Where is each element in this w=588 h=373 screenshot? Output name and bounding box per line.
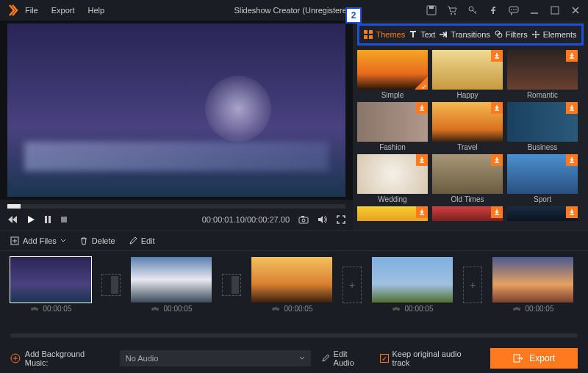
- save-icon[interactable]: [426, 5, 437, 15]
- close-icon[interactable]: [570, 5, 581, 15]
- tab-transitions[interactable]: Transitions: [439, 30, 490, 39]
- tab-filters[interactable]: Filters: [494, 30, 528, 39]
- delete-button[interactable]: Delete: [79, 236, 115, 245]
- theme-travel[interactable]: Travel: [432, 102, 503, 151]
- tab-text-label: Text: [420, 30, 435, 39]
- seek-bar[interactable]: [7, 204, 345, 209]
- download-icon[interactable]: [491, 154, 503, 166]
- snapshot-button[interactable]: [298, 215, 309, 224]
- fullscreen-button[interactable]: [337, 215, 345, 224]
- menu-file[interactable]: File: [25, 6, 38, 15]
- svg-point-28: [35, 308, 38, 311]
- svg-rect-18: [369, 30, 373, 34]
- transition-slot-1[interactable]: [101, 267, 121, 303]
- svg-point-24: [534, 34, 537, 36]
- clip-4[interactable]: 00:00:05: [372, 257, 453, 313]
- menu-export[interactable]: Export: [51, 6, 75, 15]
- cart-icon[interactable]: [447, 5, 457, 15]
- svg-point-15: [302, 219, 305, 222]
- side-tabbar: Themes Text Transitions Filters Elements: [357, 23, 584, 46]
- volume-button[interactable]: [318, 215, 328, 224]
- plus-icon: [10, 236, 19, 245]
- download-icon[interactable]: [566, 206, 578, 218]
- main-menu: File Export Help: [25, 6, 104, 15]
- svg-point-2: [451, 13, 452, 15]
- theme-business[interactable]: Business: [507, 102, 578, 151]
- add-music-button[interactable]: Add Background Music:: [10, 350, 110, 367]
- add-files-button[interactable]: Add Files: [10, 236, 66, 245]
- filter-dots-icon: [271, 305, 280, 313]
- clip-3[interactable]: 00:00:05: [251, 257, 332, 313]
- download-icon[interactable]: [491, 50, 503, 62]
- svg-rect-16: [301, 216, 304, 217]
- plus-circle-icon: [10, 353, 21, 363]
- tab-elements[interactable]: Elements: [531, 30, 577, 39]
- keep-audio-checkbox[interactable]: ✓ Keep original audio track: [380, 350, 481, 367]
- export-icon: [513, 354, 523, 363]
- theme-more-1[interactable]: [357, 206, 428, 221]
- edit-audio-button[interactable]: Edit Audio: [321, 350, 370, 367]
- pause-button[interactable]: [44, 215, 51, 224]
- theme-more-2[interactable]: [432, 206, 503, 221]
- theme-simple[interactable]: Simple: [357, 50, 428, 99]
- clip-1[interactable]: 00:00:05: [10, 257, 91, 313]
- download-icon[interactable]: [491, 102, 503, 114]
- timeline-scrollbar[interactable]: [10, 333, 578, 338]
- download-icon[interactable]: [566, 102, 578, 114]
- download-icon[interactable]: [566, 50, 578, 62]
- theme-wedding[interactable]: Wedding: [357, 154, 428, 203]
- svg-point-31: [156, 308, 159, 311]
- edit-button[interactable]: Edit: [129, 236, 155, 245]
- download-icon[interactable]: [416, 206, 428, 218]
- tab-text[interactable]: Text: [409, 30, 435, 39]
- svg-rect-13: [61, 217, 67, 222]
- tab-themes-label: Themes: [376, 30, 405, 39]
- play-button[interactable]: [26, 215, 35, 224]
- rewind-button[interactable]: [7, 215, 18, 224]
- timeline: 00:00:05 00:00:05 00:00:05 + 00:00:05 + …: [0, 251, 588, 327]
- theme-more-3[interactable]: [507, 206, 578, 221]
- key-icon[interactable]: [467, 5, 478, 15]
- transition-slot-2[interactable]: [222, 267, 241, 303]
- svg-rect-21: [445, 32, 447, 37]
- clip-2[interactable]: 00:00:05: [131, 257, 212, 313]
- window-controls: [426, 5, 581, 15]
- theme-fashion[interactable]: Fashion: [357, 102, 428, 151]
- titlebar: File Export Help Slideshow Creator (Unre…: [0, 0, 588, 21]
- menu-help[interactable]: Help: [88, 6, 105, 15]
- theme-romantic[interactable]: Romantic: [507, 50, 578, 99]
- maximize-icon[interactable]: [550, 5, 560, 15]
- svg-rect-19: [364, 35, 368, 39]
- facebook-icon[interactable]: [488, 5, 498, 15]
- checkbox-icon: ✓: [380, 354, 389, 363]
- svg-point-3: [454, 13, 456, 15]
- chevron-down-icon: [60, 239, 66, 243]
- filters-icon: [494, 30, 503, 39]
- tab-elements-label: Elements: [543, 30, 577, 39]
- theme-sport[interactable]: Sport: [507, 154, 578, 203]
- feedback-icon[interactable]: [509, 5, 519, 15]
- svg-rect-10: [551, 7, 559, 14]
- preview-frame[interactable]: [7, 23, 345, 197]
- trash-icon: [79, 236, 88, 245]
- transition-slot-3[interactable]: +: [343, 267, 362, 303]
- download-icon[interactable]: [491, 206, 503, 218]
- minimize-icon[interactable]: [529, 5, 539, 15]
- filter-dots-icon: [512, 305, 521, 313]
- download-icon[interactable]: [566, 154, 578, 166]
- tab-transitions-label: Transitions: [451, 30, 490, 39]
- pencil-icon: [129, 236, 137, 245]
- theme-happy[interactable]: Happy: [432, 50, 503, 99]
- stop-button[interactable]: [60, 216, 68, 223]
- download-icon[interactable]: [416, 102, 428, 114]
- svg-rect-17: [364, 30, 368, 34]
- tab-themes[interactable]: Themes: [364, 30, 405, 39]
- transition-slot-4[interactable]: +: [463, 267, 482, 303]
- clip-5[interactable]: 00:00:05: [492, 257, 573, 313]
- download-icon[interactable]: [416, 154, 428, 166]
- side-panel: 2 Themes Text Transitions Filters Elemen…: [353, 21, 588, 231]
- svg-point-8: [515, 9, 517, 10]
- export-button[interactable]: Export: [490, 348, 578, 369]
- theme-oldtimes[interactable]: Old Times: [432, 154, 503, 203]
- audio-select[interactable]: No Audio: [120, 350, 311, 366]
